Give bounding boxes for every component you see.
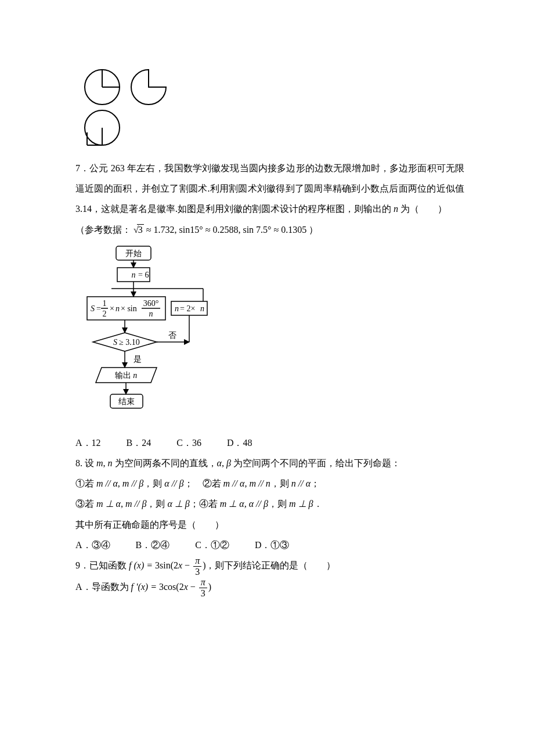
three-cos: 3cos(2: [159, 582, 184, 592]
q8-props-34: ③若 m ⊥ α, m // β，则 α ⊥ β；④若 m ⊥ α, α // …: [75, 494, 464, 514]
q9-number: 9．: [75, 560, 89, 570]
p1d: ，则: [270, 478, 291, 488]
q9A-lead: A．导函数为: [75, 582, 131, 592]
m-par-a2: m // α, m // n: [223, 478, 270, 488]
q8-option-B: B．②④: [136, 535, 170, 555]
svg-text:S: S: [113, 338, 117, 347]
fx: f (x) =: [129, 560, 155, 570]
flowchart: 开始 n = 6 S = 1 2 × n: [81, 243, 215, 429]
ref-label: （参考数据：: [75, 225, 131, 235]
q7-option-D: D．48: [227, 433, 252, 453]
m-par-a: m // α, m // β: [96, 478, 143, 488]
q7-option-A: A．12: [75, 433, 101, 453]
q9-option-A: A．导函数为 f '(x) = 3cos(2x − π3): [75, 577, 464, 598]
q7-stem: 7．公元 263 年左右，我国数学刘徽发现当圆内接多边形的边数无限增加时，多边形…: [75, 158, 464, 219]
svg-text:S: S: [91, 304, 95, 313]
svg-text:2: 2: [103, 309, 107, 318]
svg-text:= 2×: = 2×: [180, 304, 195, 313]
q7-text-2: 为（ ）: [398, 204, 447, 214]
svg-text:是: 是: [134, 355, 142, 363]
q7-option-C: C．36: [176, 433, 201, 453]
n-par-a: n // α: [291, 478, 311, 488]
minus2: −: [188, 582, 198, 592]
q8-options: A．③④ B．②④ C．①② D．①③: [75, 535, 464, 555]
p1c: ； ②若: [184, 478, 223, 488]
svg-text:否: 否: [168, 331, 176, 340]
pi-over-3-b: π3: [199, 578, 207, 598]
svg-text:n: n: [116, 304, 120, 313]
p3b: ，则: [146, 499, 167, 509]
fprime: f '(x) =: [131, 582, 159, 592]
p3c: ；④若: [190, 499, 220, 509]
sqrt3: √3: [134, 219, 144, 240]
svg-text:≥ 3.10: ≥ 3.10: [119, 338, 140, 347]
m-perp-a: m ⊥ α, m // β: [96, 499, 146, 509]
three-sin: 3sin(2: [155, 560, 178, 570]
svg-text:×: ×: [110, 304, 114, 313]
p1e: ；: [311, 478, 320, 488]
q8-stem: 8. 设 m, n 为空间两条不同的直线，α, β 为空间两个不同的平面，给出下…: [75, 453, 464, 473]
p1a: ①若: [75, 478, 96, 488]
mn: m, n: [96, 458, 113, 468]
alpha-beta: α, β: [217, 458, 231, 468]
svg-text:360°: 360°: [143, 299, 159, 308]
minus: −: [182, 560, 192, 570]
q8-mid1: 为空间两条不同的直线，: [113, 458, 217, 468]
a-perp-b: α ⊥ β: [167, 499, 189, 509]
svg-text:n: n: [132, 271, 136, 279]
ref-approx-1: ≈ 1.732, sin15° ≈ 0.2588, sin 7.5° ≈ 0.1…: [146, 225, 309, 235]
q8-option-C: C．①②: [195, 535, 229, 555]
svg-text:n: n: [175, 304, 179, 313]
svg-text:n: n: [149, 309, 153, 318]
exam-page: 7．公元 263 年左右，我国数学刘徽发现当圆内接多边形的边数无限增加时，多边形…: [0, 0, 534, 633]
svg-text:1: 1: [103, 299, 107, 308]
q8-mid2: 为空间两个不同的平面，给出下列命题：: [231, 458, 400, 468]
q8-number: 8.: [75, 458, 85, 468]
q9-tail: ，则下列结论正确的是（ ）: [205, 560, 335, 570]
q8-tail: 其中所有正确命题的序号是（ ）: [75, 514, 464, 535]
svg-text:= 6: = 6: [138, 271, 149, 279]
x2: x: [184, 582, 188, 592]
pi-over-3-a: π3: [193, 556, 201, 577]
p3a: ③若: [75, 499, 96, 509]
q9-stem: 9．已知函数 f (x) = 3sin(2x − π3)，则下列结论正确的是（ …: [75, 555, 464, 577]
svg-text:× sin: × sin: [121, 304, 137, 313]
p4-hyp: m ⊥ α, α // β: [220, 499, 268, 509]
q8-props-12: ①若 m // α, m // β，则 α // β； ②若 m // α, m…: [75, 473, 464, 494]
q9-lead: 已知函数: [89, 560, 129, 570]
q8-lead: 设: [85, 458, 96, 468]
a-par-b: α // β: [164, 478, 183, 488]
q7-number: 7．: [75, 163, 89, 173]
q7-reference: （参考数据： √3 ≈ 1.732, sin15° ≈ 0.2588, sin …: [75, 219, 464, 240]
svg-text:输出 n: 输出 n: [115, 371, 138, 380]
m-perp-b: m ⊥ β: [289, 499, 313, 509]
q7-option-B: B．24: [127, 433, 151, 453]
paren2: ): [208, 582, 211, 592]
svg-text:=: =: [96, 304, 101, 313]
option-figure: [79, 64, 172, 151]
q8-option-D: D．①③: [255, 535, 290, 555]
q7-options: A．12 B．24 C．36 D．48: [75, 433, 464, 453]
p3e: ．: [313, 499, 323, 509]
svg-text:n: n: [200, 304, 204, 313]
ref-tail: ）: [309, 225, 318, 235]
p3d: ，则: [268, 499, 289, 509]
p1b: ，则: [143, 478, 164, 488]
var-n: n: [394, 204, 398, 214]
q8-option-A: A．③④: [75, 535, 110, 555]
svg-text:开始: 开始: [125, 249, 142, 258]
svg-text:结束: 结束: [118, 397, 135, 406]
